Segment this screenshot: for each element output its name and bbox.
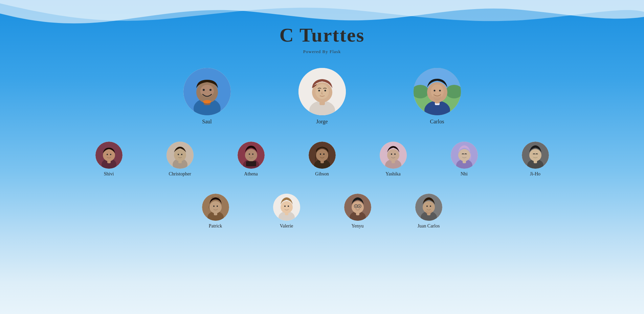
svg-point-84 — [355, 206, 356, 207]
svg-point-43 — [252, 153, 253, 155]
top-row: Saul — [183, 68, 461, 125]
member-name-saul: Saul — [202, 119, 212, 125]
member-name-carlos: Carlos — [430, 119, 444, 125]
member-name-jiho: Ji-Ho — [530, 171, 540, 177]
avatar-yashika — [380, 142, 407, 169]
svg-point-25 — [439, 90, 441, 92]
member-name-shivi: Shivi — [104, 171, 114, 177]
member-name-jorge: Jorge — [316, 119, 328, 125]
avatar-jorge — [298, 68, 346, 115]
avatar-jiho — [522, 142, 549, 169]
header: C Turttes Powered By Flask — [0, 0, 644, 54]
member-saul: Saul — [183, 68, 231, 125]
svg-point-49 — [320, 153, 321, 155]
svg-point-70 — [217, 206, 218, 207]
svg-point-23 — [431, 84, 444, 99]
avatar-valerie — [273, 194, 300, 221]
svg-point-89 — [423, 201, 435, 213]
svg-point-31 — [110, 154, 111, 155]
svg-point-91 — [430, 206, 431, 207]
svg-point-85 — [359, 206, 360, 207]
member-nhi: Nhi — [451, 142, 478, 177]
member-christopher: Christopher — [166, 142, 194, 177]
svg-point-24 — [434, 90, 435, 92]
avatar-juancarlos — [415, 194, 442, 221]
member-shivi: Shivi — [95, 142, 123, 177]
svg-point-54 — [387, 149, 399, 161]
member-carlos: Carlos — [414, 68, 461, 125]
svg-point-4 — [200, 85, 214, 97]
svg-point-55 — [391, 153, 392, 155]
svg-point-90 — [426, 206, 428, 207]
avatar-gibson — [309, 142, 336, 169]
svg-point-50 — [323, 153, 325, 155]
avatar-nhi — [451, 142, 478, 169]
middle-row: Shivi Christopher — [95, 142, 549, 177]
svg-point-68 — [209, 201, 222, 213]
svg-point-35 — [174, 149, 186, 161]
svg-point-14 — [324, 90, 326, 92]
svg-point-37 — [181, 154, 182, 155]
member-patrick: Patrick — [202, 194, 229, 229]
svg-point-13 — [318, 90, 320, 92]
svg-point-36 — [178, 154, 179, 155]
member-juancarlos: Juan Carlos — [415, 194, 442, 229]
member-valerie: Valerie — [273, 194, 300, 229]
avatar-christopher — [166, 142, 194, 169]
svg-point-74 — [281, 201, 293, 213]
member-athena: Athena — [238, 142, 265, 177]
member-name-valerie: Valerie — [280, 223, 293, 229]
svg-rect-44 — [246, 161, 256, 166]
svg-point-42 — [249, 153, 250, 155]
member-name-yenyu: Yenyu — [352, 223, 364, 229]
member-name-nhi: Nhi — [461, 171, 468, 177]
svg-point-60 — [458, 149, 470, 161]
member-jiho: Ji-Ho — [522, 142, 549, 177]
avatar-yenyu — [344, 194, 371, 221]
svg-point-76 — [288, 206, 289, 207]
avatar-shivi — [95, 142, 123, 169]
app-title: C Turttes — [0, 24, 644, 46]
member-name-juancarlos: Juan Carlos — [418, 223, 440, 229]
member-name-patrick: Patrick — [209, 223, 222, 229]
svg-point-69 — [213, 206, 215, 207]
svg-point-5 — [203, 89, 205, 91]
svg-point-75 — [284, 206, 286, 207]
member-yenyu: Yenyu — [344, 194, 371, 229]
svg-point-64 — [529, 149, 541, 161]
member-name-christopher: Christopher — [169, 171, 191, 177]
avatar-carlos — [414, 68, 461, 115]
app-subtitle: Powered By Flask — [0, 49, 644, 54]
bottom-row: Patrick Valerie — [202, 194, 442, 229]
svg-point-6 — [209, 89, 212, 91]
member-name-gibson: Gibson — [315, 171, 329, 177]
svg-point-56 — [394, 153, 396, 155]
svg-point-7 — [203, 100, 211, 103]
member-yashika: Yashika — [380, 142, 407, 177]
svg-point-48 — [316, 149, 328, 161]
avatar-saul — [183, 68, 231, 115]
svg-point-80 — [352, 201, 364, 213]
svg-point-41 — [245, 149, 257, 161]
member-gibson: Gibson — [309, 142, 336, 177]
member-name-athena: Athena — [244, 171, 258, 177]
members-content: Saul — [0, 54, 644, 229]
member-jorge: Jorge — [298, 68, 346, 125]
svg-point-30 — [107, 154, 108, 155]
member-name-yashika: Yashika — [385, 171, 400, 177]
avatar-athena — [238, 142, 265, 169]
avatar-patrick — [202, 194, 229, 221]
